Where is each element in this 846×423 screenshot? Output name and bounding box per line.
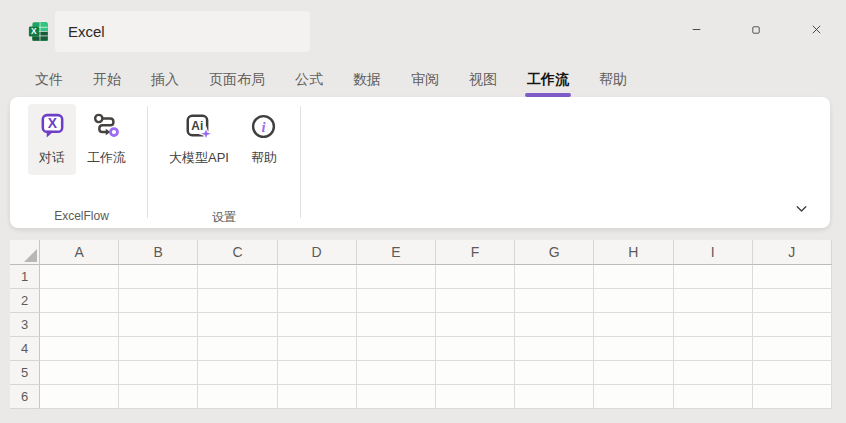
help-button[interactable]: i 帮助 — [240, 104, 288, 175]
chat-button[interactable]: X 对话 — [28, 104, 76, 175]
cell-B5[interactable] — [119, 361, 198, 385]
cell-J2[interactable] — [753, 289, 832, 313]
close-button[interactable] — [786, 0, 846, 62]
column-header-B[interactable]: B — [119, 240, 198, 265]
tab-review[interactable]: 审阅 — [396, 62, 454, 97]
cell-E4[interactable] — [357, 337, 436, 361]
ribbon-group-buttons: X 对话 工作流 — [22, 104, 141, 200]
cell-E3[interactable] — [357, 313, 436, 337]
column-header-H[interactable]: H — [594, 240, 673, 265]
tab-view[interactable]: 视图 — [454, 62, 512, 97]
column-header-F[interactable]: F — [436, 240, 515, 265]
row-header-5[interactable]: 5 — [10, 361, 40, 385]
tab-insert[interactable]: 插入 — [136, 62, 194, 97]
cell-F6[interactable] — [436, 385, 515, 409]
cell-E6[interactable] — [357, 385, 436, 409]
cell-D1[interactable] — [278, 265, 357, 289]
cell-I4[interactable] — [674, 337, 753, 361]
tab-page-layout[interactable]: 页面布局 — [194, 62, 280, 97]
cell-F3[interactable] — [436, 313, 515, 337]
cell-J1[interactable] — [753, 265, 832, 289]
row-header-3[interactable]: 3 — [10, 313, 40, 337]
cell-C3[interactable] — [198, 313, 277, 337]
tab-home[interactable]: 开始 — [78, 62, 136, 97]
cell-J5[interactable] — [753, 361, 832, 385]
cell-H4[interactable] — [594, 337, 673, 361]
cell-J4[interactable] — [753, 337, 832, 361]
cell-I6[interactable] — [674, 385, 753, 409]
cell-I2[interactable] — [674, 289, 753, 313]
cell-C2[interactable] — [198, 289, 277, 313]
cell-I1[interactable] — [674, 265, 753, 289]
cell-F4[interactable] — [436, 337, 515, 361]
cell-B6[interactable] — [119, 385, 198, 409]
cell-A3[interactable] — [40, 313, 119, 337]
workflow-button[interactable]: 工作流 — [78, 104, 135, 175]
column-header-I[interactable]: I — [674, 240, 753, 265]
cell-A5[interactable] — [40, 361, 119, 385]
cell-J6[interactable] — [753, 385, 832, 409]
collapse-ribbon-button[interactable] — [788, 199, 814, 221]
cell-F2[interactable] — [436, 289, 515, 313]
cell-H5[interactable] — [594, 361, 673, 385]
row-header-2[interactable]: 2 — [10, 289, 40, 313]
group-divider — [300, 106, 301, 218]
cell-C5[interactable] — [198, 361, 277, 385]
tab-workflow[interactable]: 工作流 — [512, 62, 584, 97]
cell-F5[interactable] — [436, 361, 515, 385]
cell-G3[interactable] — [515, 313, 594, 337]
cell-H6[interactable] — [594, 385, 673, 409]
tab-help[interactable]: 帮助 — [584, 62, 642, 97]
llm-api-button[interactable]: Ai 大模型API — [160, 104, 238, 175]
cell-I5[interactable] — [674, 361, 753, 385]
cell-C4[interactable] — [198, 337, 277, 361]
cell-E5[interactable] — [357, 361, 436, 385]
column-header-C[interactable]: C — [198, 240, 277, 265]
minimize-button[interactable] — [666, 0, 726, 62]
row-header-1[interactable]: 1 — [10, 265, 40, 289]
column-header-A[interactable]: A — [40, 240, 119, 265]
cell-D5[interactable] — [278, 361, 357, 385]
ribbon-button-label: 对话 — [39, 149, 65, 167]
column-header-D[interactable]: D — [278, 240, 357, 265]
cell-H3[interactable] — [594, 313, 673, 337]
cell-A4[interactable] — [40, 337, 119, 361]
cell-F1[interactable] — [436, 265, 515, 289]
cell-G4[interactable] — [515, 337, 594, 361]
ai-sparkle-icon: Ai — [184, 112, 214, 145]
column-header-J[interactable]: J — [753, 240, 832, 265]
select-all-button[interactable] — [10, 240, 40, 265]
cell-A1[interactable] — [40, 265, 119, 289]
cell-B1[interactable] — [119, 265, 198, 289]
cell-B4[interactable] — [119, 337, 198, 361]
tab-formulas[interactable]: 公式 — [280, 62, 338, 97]
cell-A2[interactable] — [40, 289, 119, 313]
cell-G5[interactable] — [515, 361, 594, 385]
cell-B2[interactable] — [119, 289, 198, 313]
cell-D3[interactable] — [278, 313, 357, 337]
ribbon-button-label: 大模型API — [169, 149, 229, 167]
maximize-button[interactable] — [726, 0, 786, 62]
cell-A6[interactable] — [40, 385, 119, 409]
cell-G1[interactable] — [515, 265, 594, 289]
cell-D4[interactable] — [278, 337, 357, 361]
cell-G2[interactable] — [515, 289, 594, 313]
cell-E2[interactable] — [357, 289, 436, 313]
row-header-6[interactable]: 6 — [10, 385, 40, 409]
row-header-4[interactable]: 4 — [10, 337, 40, 361]
cell-C6[interactable] — [198, 385, 277, 409]
cell-C1[interactable] — [198, 265, 277, 289]
cell-G6[interactable] — [515, 385, 594, 409]
tab-file[interactable]: 文件 — [20, 62, 78, 97]
cell-I3[interactable] — [674, 313, 753, 337]
column-header-G[interactable]: G — [515, 240, 594, 265]
cell-D2[interactable] — [278, 289, 357, 313]
tab-data[interactable]: 数据 — [338, 62, 396, 97]
cell-J3[interactable] — [753, 313, 832, 337]
cell-D6[interactable] — [278, 385, 357, 409]
cell-B3[interactable] — [119, 313, 198, 337]
column-header-E[interactable]: E — [357, 240, 436, 265]
cell-H2[interactable] — [594, 289, 673, 313]
cell-H1[interactable] — [594, 265, 673, 289]
cell-E1[interactable] — [357, 265, 436, 289]
